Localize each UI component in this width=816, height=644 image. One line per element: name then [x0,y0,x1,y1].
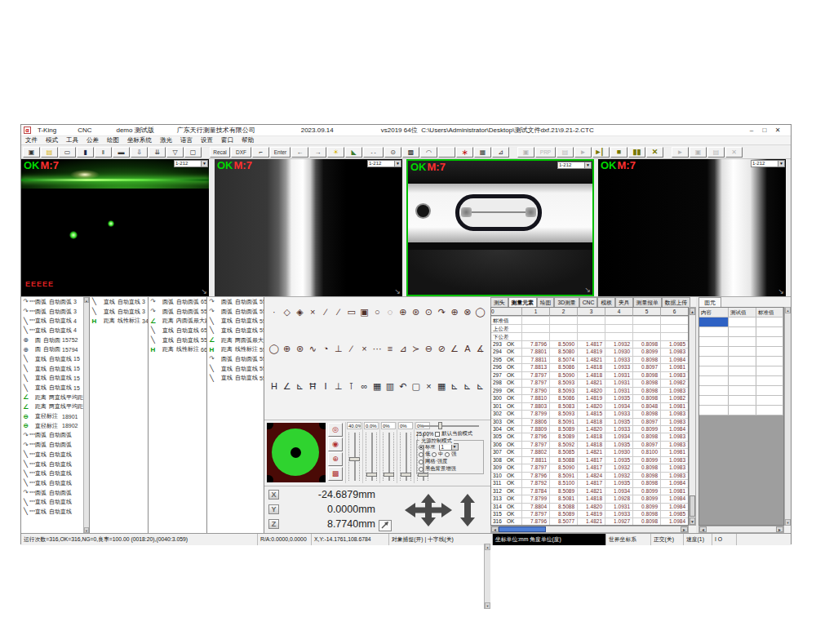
table-row[interactable]: 300OK7.88108.50861.48191.09350.80981.098… [491,395,688,402]
empty-cell[interactable] [699,376,729,385]
measured-value[interactable]: 1.0984 [661,480,689,486]
measured-value[interactable]: 7.8796 [522,518,550,525]
light-panel-scrollbar[interactable]: ▲▼ [484,544,490,609]
measured-value[interactable]: 0.8098 [633,341,661,348]
calibration-pattern-button[interactable]: ▩ [402,147,419,158]
scroll-thumb[interactable] [499,526,546,532]
camera4-zoom-select[interactable]: 1-212▼ [751,160,785,167]
panel-row[interactable] [699,347,783,357]
measured-value[interactable]: 1.4817 [578,341,605,348]
measured-value[interactable]: 8.5090 [550,341,578,348]
table-row[interactable]: 304OK7.88098.50891.48201.09330.80991.098… [491,426,688,433]
list-item[interactable]: ⊕圆自动圆15752 [21,335,89,345]
scroll-up-icon[interactable]: ▲ [785,307,791,313]
camera3-resize-icon[interactable]: ↘ [584,286,591,294]
empty-cell[interactable] [729,376,756,385]
high-radio[interactable] [445,452,450,457]
magnifier-button[interactable]: ⊙ [384,147,401,158]
measured-value[interactable]: 0.8048 [633,403,661,410]
table-row[interactable]: 299OK7.87908.50931.48201.09310.80981.098… [491,388,688,395]
measure-tool-icon[interactable]: ∕ [332,305,345,319]
list-item[interactable]: ∠距离两直线平均距 [21,402,89,412]
black-bg-radio[interactable] [419,467,424,472]
scroll-down-icon[interactable]: ▼ [84,527,89,533]
measured-value[interactable]: 0.8098 [633,357,661,363]
list-item[interactable]: ⊖直径标注18902 [21,421,89,431]
list-item[interactable]: ╲***直线自动直线 [21,450,89,460]
chevron-down-icon[interactable]: ▼ [584,162,591,168]
camera3-zoom-select[interactable]: 1-212▼ [557,162,592,169]
matrix-code-button[interactable]: ▦ [474,147,491,158]
measured-value[interactable]: 1.4821 [578,488,605,495]
table-row[interactable]: 311OK7.87928.51001.48171.09350.80981.098… [491,480,688,487]
tab-模板[interactable]: 模板 [597,297,615,307]
list-item[interactable]: ╲直线自动直线3 [90,297,148,307]
camera2-zoom-select[interactable]: 1-212▼ [367,160,401,167]
measured-value[interactable]: 8.5088 [550,457,578,464]
empty-cell[interactable] [605,317,633,324]
table-row[interactable]: 310OK7.87968.50911.48241.09320.80981.098… [491,473,688,480]
measured-value[interactable]: 8.5089 [550,488,578,495]
table-row[interactable]: 315OK7.87978.50891.48191.09330.80981.098… [491,511,688,518]
list-item[interactable]: ╲***直线自动直线4 [21,326,89,335]
empty-cell[interactable] [550,325,578,332]
list-item[interactable]: ╲直线自动直线55 [207,326,264,335]
measured-value[interactable]: 8.5086 [550,364,578,371]
measured-value[interactable]: 1.0982 [661,395,689,402]
measured-value[interactable]: 1.4818 [578,433,605,440]
measured-value[interactable]: 1.0934 [605,433,633,440]
table-row[interactable]: 313OK7.87998.50811.48181.09280.80991.098… [491,495,688,503]
measured-value[interactable]: 1.4817 [578,480,605,486]
measured-value[interactable]: 1.0981 [661,403,689,410]
menu-item-2[interactable]: 工具 [62,136,82,144]
measure-tool-icon[interactable]: ⊾ [448,380,461,393]
enter-button[interactable]: Enter [270,147,290,158]
measured-value[interactable]: 1.4821 [578,518,605,525]
measured-value[interactable]: 1.4818 [578,372,605,379]
empty-cell[interactable] [756,406,783,415]
list-item[interactable]: ╲直线自动直线15 [21,364,89,374]
list-item[interactable]: ╲直线自动直线3 [90,307,148,317]
measure-tool-icon[interactable]: ≻ [410,342,423,356]
quadrant-light-icon[interactable]: ⊕ [328,452,343,466]
measured-value[interactable]: 1.4824 [578,473,605,479]
table-horizontal-scrollbar[interactable]: ◄ ► [490,526,689,533]
light-bulb-button[interactable]: ☀ [327,147,344,158]
measured-value[interactable]: 0.8098 [633,518,661,525]
list-item[interactable]: ↷***圆弧自动圆弧3 [21,297,89,307]
scroll-up-icon[interactable]: ▲ [84,297,89,303]
menu-item-4[interactable]: 绘图 [103,136,123,144]
measured-value[interactable]: 0.8097 [633,364,661,371]
measure-tool-icon[interactable]: ◇ [281,305,294,319]
measured-value[interactable]: 8.5083 [550,403,578,410]
z-jog-control[interactable] [459,492,477,530]
list-item[interactable]: ╲直线自动直线55 [207,316,264,326]
measured-value[interactable]: 1.0984 [661,495,689,502]
measure-tool-icon[interactable]: I [319,380,332,393]
measure-tool-icon[interactable]: ▦ [370,380,384,393]
empty-cell[interactable] [756,376,783,385]
measured-value[interactable]: 0.8098 [633,464,661,471]
measured-value[interactable]: 1.0933 [605,364,633,371]
table-vertical-scrollbar[interactable]: ▲ ▼ [689,307,696,526]
measured-value[interactable]: 8.5086 [550,395,578,402]
list-item[interactable]: ↷***圆弧自动圆弧 [21,431,89,441]
empty-cell[interactable] [699,327,729,336]
list-item[interactable]: H距离线性标注66 [149,344,206,354]
tab-测头[interactable]: 测头 [490,297,508,307]
empty-cell[interactable] [522,317,550,324]
table-row[interactable]: 297OK7.87978.50901.48181.09310.80981.098… [491,372,688,380]
panel-horizontal-scrollbar[interactable]: ◄► [698,526,784,533]
measured-value[interactable]: 1.4818 [578,419,605,425]
measure-tool-icon[interactable]: ∿ [306,342,319,356]
menu-item-5[interactable]: 坐标系统 [123,136,156,144]
measured-value[interactable]: 8.5089 [550,511,578,517]
empty-cell[interactable] [699,347,729,356]
measured-value[interactable]: 7.8801 [522,349,550,355]
empty-cell[interactable] [522,333,550,340]
list-item[interactable]: ╲***直线自动直线 [21,497,89,507]
measured-value[interactable]: 0.8097 [633,442,661,448]
blank-tool-button[interactable] [438,147,455,158]
measure-tool-icon[interactable]: × [358,342,371,356]
empty-cell[interactable] [699,357,729,366]
